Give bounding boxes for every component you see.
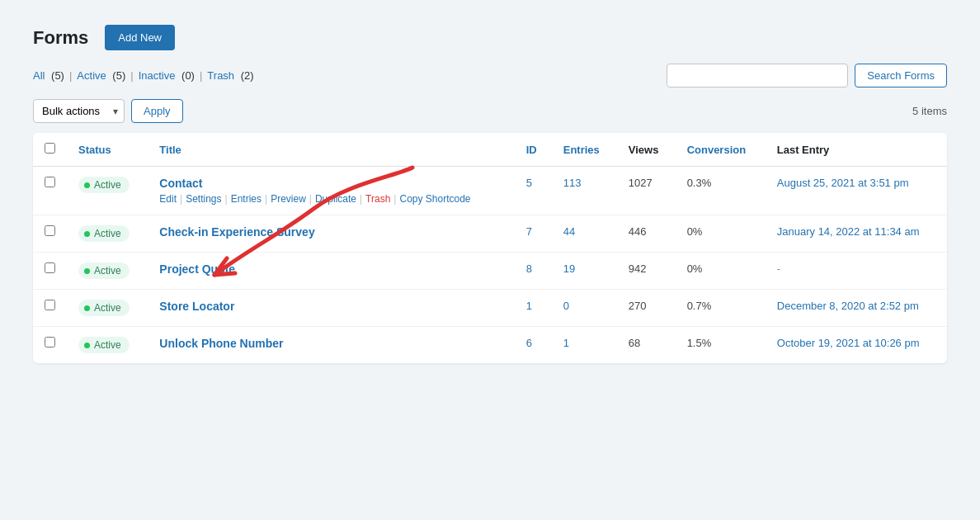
form-title-link[interactable]: Check-in Experience Survey — [159, 225, 502, 239]
entries-link[interactable]: 19 — [563, 262, 575, 275]
form-id-link[interactable]: 8 — [526, 262, 532, 275]
row-entries-col: 19 — [552, 253, 617, 290]
views-value: 446 — [629, 225, 647, 238]
last-entry-value: January 14, 2022 at 11:34 am — [777, 225, 920, 238]
filter-trash-count: (2) — [238, 69, 254, 82]
row-title-col: Check-in Experience Survey — [148, 215, 514, 253]
select-all-checkbox[interactable] — [45, 143, 55, 154]
status-badge: Active — [78, 177, 130, 193]
row-entries-col: 0 — [552, 290, 617, 327]
action-settings[interactable]: Settings — [186, 193, 221, 205]
status-dot — [84, 343, 90, 348]
row-check-col — [33, 167, 67, 215]
page-title: Forms — [33, 27, 88, 49]
apply-button[interactable]: Apply — [131, 99, 183, 123]
row-last-entry-col: October 19, 2021 at 10:26 pm — [766, 327, 947, 364]
form-id-link[interactable]: 5 — [526, 177, 532, 189]
status-label: Active — [94, 228, 121, 239]
add-new-button[interactable]: Add New — [105, 25, 175, 50]
entries-link[interactable]: 1 — [563, 337, 569, 349]
row-checkbox[interactable] — [45, 337, 55, 347]
status-dot — [84, 231, 90, 237]
row-status-col: Active — [67, 215, 148, 253]
action-edit[interactable]: Edit — [159, 193, 177, 205]
row-id-col: 6 — [515, 327, 552, 364]
action-copy-shortcode[interactable]: Copy Shortcode — [399, 193, 470, 205]
filter-all[interactable]: All — [33, 69, 45, 82]
conversion-value: 0.3% — [687, 177, 712, 189]
row-check-col — [33, 327, 67, 364]
form-title-link[interactable]: Unlock Phone Number — [159, 337, 502, 350]
col-entries: Entries — [552, 133, 617, 167]
filter-trash[interactable]: Trash — [207, 69, 234, 82]
action-preview[interactable]: Preview — [271, 193, 306, 205]
status-badge: Active — [78, 262, 130, 279]
form-title-link[interactable]: Contact — [159, 177, 502, 190]
status-badge: Active — [78, 337, 130, 353]
bulk-area: Bulk actions Delete Activate Deactivate … — [33, 99, 183, 123]
row-checkbox[interactable] — [45, 300, 55, 310]
forms-table: Status Title ID Entries Views Conversion… — [33, 133, 947, 363]
row-id-col: 5 — [515, 167, 552, 215]
action-trash[interactable]: Trash — [365, 193, 390, 205]
col-id: ID — [515, 133, 552, 167]
row-id-col: 7 — [515, 215, 552, 253]
bulk-actions-wrapper: Bulk actions Delete Activate Deactivate — [33, 99, 125, 123]
search-forms-button[interactable]: Search Forms — [855, 64, 947, 87]
form-id-link[interactable]: 1 — [526, 300, 532, 312]
row-views-col: 1027 — [617, 167, 676, 215]
status-label: Active — [94, 265, 121, 277]
action-duplicate[interactable]: Duplicate — [315, 193, 356, 205]
row-checkbox[interactable] — [45, 225, 55, 236]
filter-inactive[interactable]: Inactive — [139, 69, 176, 82]
row-entries-col: 1 — [552, 327, 617, 364]
form-title-link[interactable]: Store Locator — [159, 300, 502, 313]
row-title-col: Contact Edit | Settings | Entries | Prev… — [148, 167, 514, 215]
entries-link[interactable]: 44 — [563, 225, 575, 238]
status-dot — [84, 268, 90, 274]
form-id-link[interactable]: 7 — [526, 225, 532, 238]
last-entry-value: August 25, 2021 at 3:51 pm — [777, 177, 909, 189]
action-entries[interactable]: Entries — [231, 193, 261, 205]
last-entry-value: - — [777, 262, 780, 275]
row-last-entry-col: - — [766, 253, 947, 290]
entries-link[interactable]: 0 — [563, 300, 569, 312]
row-actions: Edit | Settings | Entries | Preview | Du… — [159, 193, 502, 205]
entries-link[interactable]: 113 — [563, 177, 582, 189]
row-check-col — [33, 290, 67, 327]
row-title-col: Store Locator — [148, 290, 514, 327]
search-input[interactable] — [667, 64, 848, 87]
row-status-col: Active — [67, 253, 148, 290]
col-conversion: Conversion — [676, 133, 766, 167]
row-conversion-col: 0.7% — [676, 290, 766, 327]
row-status-col: Active — [67, 167, 148, 215]
filter-active[interactable]: Active — [77, 69, 106, 82]
row-checkbox[interactable] — [45, 262, 55, 273]
row-last-entry-col: August 25, 2021 at 3:51 pm — [766, 167, 947, 215]
row-conversion-col: 0% — [676, 215, 766, 253]
form-title-link[interactable]: Project Quote — [159, 262, 502, 276]
row-id-col: 1 — [515, 290, 552, 327]
last-entry-value: December 8, 2020 at 2:52 pm — [777, 300, 919, 312]
row-views-col: 446 — [617, 215, 676, 253]
row-title-col: Unlock Phone Number — [148, 327, 514, 364]
sep-1: | — [69, 69, 72, 82]
row-check-col — [33, 215, 67, 253]
table-row: Active Contact Edit | Settings | Entries… — [33, 167, 947, 215]
filter-active-count: (5) — [110, 69, 126, 82]
form-id-link[interactable]: 6 — [526, 337, 532, 349]
row-checkbox[interactable] — [45, 177, 55, 187]
views-value: 270 — [629, 300, 647, 312]
table-header-row: Status Title ID Entries Views Conversion… — [33, 133, 947, 167]
sep-2: | — [130, 69, 133, 82]
bulk-actions-select[interactable]: Bulk actions Delete Activate Deactivate — [33, 99, 125, 123]
row-conversion-col: 0.3% — [676, 167, 766, 215]
search-area: Search Forms — [667, 64, 947, 87]
filter-links: All (5) | Active (5) | Inactive (0) | Tr… — [33, 69, 254, 82]
row-conversion-col: 0% — [676, 253, 766, 290]
row-title-col: Project Quote — [148, 253, 514, 290]
last-entry-value: October 19, 2021 at 10:26 pm — [777, 337, 920, 349]
table-row: Active Check-in Experience Survey 7 44 4… — [33, 215, 947, 253]
row-conversion-col: 1.5% — [676, 327, 766, 364]
conversion-value: 1.5% — [687, 337, 712, 349]
